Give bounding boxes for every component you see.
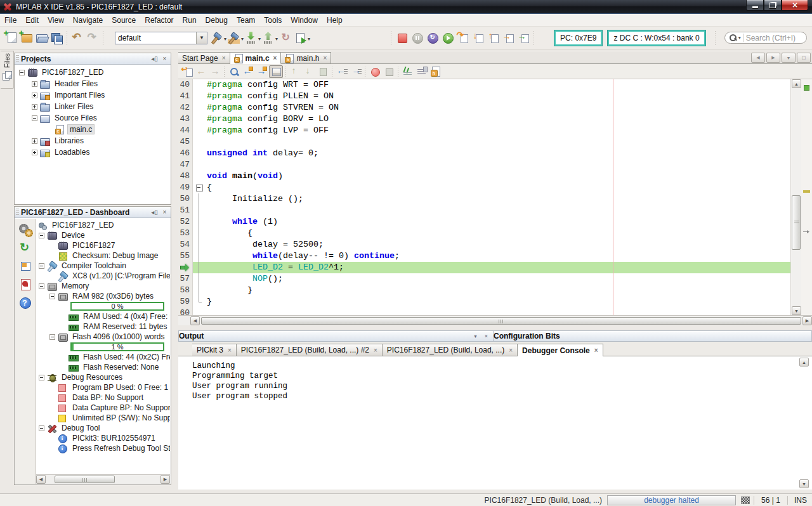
debug-project-button[interactable] [294, 30, 311, 46]
tree-item[interactable]: Press Refresh Debug Tool Statu Press Ref… [36, 443, 170, 453]
close-output-icon[interactable]: × [482, 332, 490, 341]
stop-button[interactable] [394, 30, 409, 46]
menu-item[interactable]: Refactor [140, 15, 178, 26]
code-line[interactable]: 46 unsigned int delay= 0; [178, 148, 790, 159]
close-tab-icon[interactable]: × [228, 347, 232, 354]
output-tab[interactable]: Debugger Console × [518, 344, 603, 357]
tree-item[interactable]: PIC16F1827_LED PIC16F1827_LED [36, 220, 170, 230]
code-line[interactable]: 53 { [178, 228, 790, 239]
tree-item[interactable]: PIC16F1827_LED [15, 67, 170, 78]
read-device-memory-button[interactable] [261, 30, 278, 46]
editor-tab[interactable]: Start Page × [178, 52, 230, 64]
tree-item[interactable]: Data Capture BP: No Support Data Capture… [36, 403, 170, 413]
step-into-button[interactable] [470, 30, 485, 46]
reset-button[interactable] [424, 30, 440, 46]
scroll-left-icon[interactable]: ◀ [190, 316, 200, 325]
fold-margin[interactable] [193, 159, 207, 171]
toolbar-separator[interactable] [283, 66, 288, 77]
minimize-panel-icon[interactable]: ◂▯ [150, 55, 159, 63]
close-tab-icon[interactable]: × [509, 347, 513, 354]
output-tab[interactable]: PIC16F1827_LED (Build, Load, ...) × [383, 344, 518, 356]
tree-item[interactable]: PIC16F1827 PIC16F1827 [36, 240, 170, 250]
menu-item[interactable]: Help [322, 15, 347, 26]
tree-item[interactable]: XC8 (v1.20) [C:\Program Files XC8 (v1.20… [36, 271, 170, 281]
build-button[interactable] [210, 30, 227, 46]
find-selection-button[interactable] [227, 65, 241, 78]
close-tab-icon[interactable]: × [323, 55, 327, 62]
tree-item[interactable]: Memory Memory [36, 281, 170, 291]
code-line[interactable]: 42 #pragma config STVREN = ON [178, 102, 790, 114]
files-window-tab[interactable]: Files [1, 51, 14, 89]
scroll-up-icon[interactable]: ▲ [792, 79, 801, 88]
fold-margin[interactable] [193, 296, 207, 308]
scroll-left-icon[interactable]: ◀ [36, 475, 46, 484]
close-tab-icon[interactable]: × [374, 347, 377, 354]
code-line[interactable]: LED_D2 = LED_D2^1; [178, 262, 790, 273]
output-tab[interactable]: PIC16F1827_LED (Build, Load, ...) #2 × [237, 344, 383, 356]
expander-icon[interactable] [39, 263, 44, 269]
dashboard-panel-header[interactable]: PIC16F1827_LED - Dashboard ◂▯ × [15, 207, 171, 218]
tree-item[interactable]: Compiler Toolchain Compiler Toolchain [36, 261, 170, 271]
expander-icon[interactable] [39, 375, 44, 380]
notifications-icon[interactable] [741, 496, 750, 504]
tree-item[interactable]: 0 % 0 % [36, 301, 170, 311]
expander-icon[interactable] [49, 294, 55, 299]
scroll-tabs-right-icon[interactable]: ▶ [766, 53, 780, 63]
step-over-button[interactable] [455, 30, 470, 46]
expander-icon[interactable] [19, 70, 25, 75]
find-next-button[interactable] [255, 65, 269, 78]
toolbar-separator[interactable] [100, 30, 106, 46]
code-line[interactable]: 58 } [178, 285, 790, 296]
editor-vscrollbar[interactable]: ▲ ▼ [790, 79, 801, 315]
menu-item[interactable]: Debug [201, 15, 232, 26]
tree-item[interactable]: RAM Reserved: 11 bytes RAM Reserved: 11 … [36, 321, 170, 332]
fold-margin[interactable] [193, 228, 207, 239]
menu-item[interactable]: Run [178, 15, 201, 26]
menu-item[interactable]: Team [232, 15, 259, 26]
new-file-button[interactable] [3, 30, 18, 46]
tree-item[interactable]: Data BP: No Support Data BP: No Support [36, 392, 170, 403]
code-line[interactable]: 59 } [178, 296, 790, 308]
fold-margin[interactable] [193, 262, 207, 273]
tree-item[interactable]: Flash 4096 (0x1000) words Flash 4096 (0x… [36, 332, 170, 342]
tree-item[interactable]: Header Files [15, 78, 170, 89]
run-to-cursor-button[interactable] [501, 30, 516, 46]
output-filter-icon[interactable] [471, 332, 480, 341]
fold-margin[interactable] [193, 250, 207, 262]
toolbar-separator[interactable] [64, 30, 70, 46]
fold-margin[interactable] [193, 205, 207, 216]
new-project-button[interactable] [18, 30, 34, 46]
menu-item[interactable]: Edit [21, 15, 43, 26]
tree-item[interactable]: Unlimited BP (S/W): No Suppor Unlimited … [36, 413, 170, 423]
menu-item[interactable]: Navigate [69, 15, 107, 26]
tree-item[interactable]: Debug Resources Debug Resources [36, 372, 170, 382]
fold-margin[interactable] [193, 273, 207, 285]
scroll-down-icon[interactable]: ▼ [799, 479, 809, 488]
debugger-console[interactable]: LaunchingProgramming targetUser program … [178, 356, 812, 490]
tree-item[interactable]: Libraries [15, 135, 170, 146]
close-panel-icon[interactable]: × [160, 208, 169, 216]
undo-button[interactable] [70, 30, 85, 46]
toolbar-separator[interactable] [363, 66, 368, 77]
code-line[interactable]: 49 { [178, 182, 790, 193]
toolbar-separator[interactable] [531, 30, 537, 46]
code-line[interactable]: 41 #pragma config PLLEN = ON [178, 91, 790, 102]
fold-margin[interactable] [193, 216, 207, 228]
fold-margin[interactable] [193, 285, 207, 296]
shift-left-button[interactable] [335, 65, 349, 78]
expander-icon[interactable] [49, 334, 55, 340]
scroll-up-icon[interactable]: ▲ [799, 358, 809, 367]
editor-hscrollbar[interactable]: ◀ ▶ [178, 315, 812, 325]
back-button[interactable] [194, 65, 208, 78]
tree-item[interactable]: RAM 982 (0x3D6) bytes RAM 982 (0x3D6) by… [36, 291, 170, 301]
tree-item[interactable]: Source Files [15, 112, 170, 124]
toolbar-separator[interactable] [330, 66, 335, 77]
scroll-right-icon[interactable]: ▶ [802, 316, 812, 325]
configuration-bits-header[interactable]: Configuration Bits [494, 330, 812, 342]
tree-item[interactable]: 1 % 1 % [36, 342, 170, 352]
code-line[interactable]: 48 void main(void) [178, 171, 790, 182]
step-out-button[interactable] [485, 30, 501, 46]
toolbar-separator[interactable] [222, 66, 227, 77]
tree-item[interactable]: main.c [15, 124, 170, 135]
minimize-button[interactable] [746, 0, 764, 11]
